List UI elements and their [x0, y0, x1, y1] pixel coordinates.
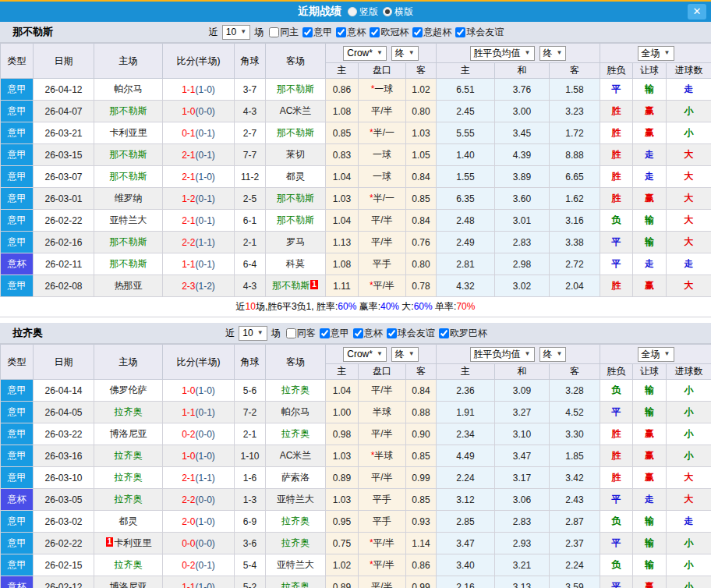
league-filter-0-checkbox[interactable] — [320, 328, 330, 338]
vertical-layout-radio[interactable]: 竖版 — [348, 5, 378, 19]
sub-column-header: 进球数 — [667, 63, 711, 79]
corner-cell: 3-6 — [235, 533, 266, 554]
league-filter-1[interactable]: 意杯 — [332, 26, 366, 39]
away-odds-cell: 1.05 — [406, 144, 437, 166]
avg-draw-cell: 3.45 — [495, 122, 550, 144]
league-filter-2[interactable]: 球会友谊 — [383, 327, 435, 340]
league-filter-0-label: 意甲 — [331, 328, 349, 338]
goals-result-cell: 小 — [667, 554, 711, 576]
fulltime-score: 2-1 — [182, 150, 195, 161]
avg-draw-cell: 3.13 — [495, 576, 550, 588]
odds-final-select[interactable]: 终▼ — [391, 347, 419, 362]
games-label: 场 — [271, 327, 281, 340]
league-filter-0[interactable]: 意甲 — [299, 26, 332, 39]
sub-column-header: 进球数 — [667, 364, 711, 380]
handicap-result-cell: 走 — [633, 166, 667, 188]
avg-away-cell: 3.42 — [550, 467, 600, 489]
away-team-cell: 亚特兰大 — [266, 554, 326, 576]
dropdown-arrow-icon: ▼ — [664, 348, 670, 360]
avg-final-select[interactable]: 终▼ — [539, 46, 567, 61]
avg-home-cell: 2.85 — [437, 511, 495, 533]
same-venue[interactable]: 同主 — [265, 26, 299, 39]
avg-final-select[interactable]: 终▼ — [539, 347, 567, 362]
home-team-name: 佛罗伦萨 — [110, 384, 147, 395]
league-filter-1-checkbox[interactable] — [353, 328, 363, 338]
corner-cell: 4-3 — [235, 275, 266, 297]
odds-company-select[interactable]: Crow*▼ — [343, 46, 387, 61]
home-team-cell: 亚特兰大 — [94, 210, 163, 232]
close-button[interactable]: ✕ — [688, 4, 706, 19]
league-filter-4-checkbox[interactable] — [455, 27, 465, 37]
same-venue-checkbox[interactable] — [286, 328, 296, 338]
goals-result-cell: 小 — [667, 576, 711, 588]
avg-home-cell: 2.81 — [437, 253, 495, 275]
handicap-result-cell: 赢 — [633, 188, 667, 210]
column-header: 客场 — [266, 44, 326, 79]
avg-draw-cell: 3.01 — [495, 210, 550, 232]
home-team-name: 那不勒斯 — [110, 105, 147, 116]
section-gap — [0, 317, 711, 323]
fulltime-score: 1-1 — [182, 582, 195, 588]
odds-final-select[interactable]: 终▼ — [391, 46, 419, 61]
odds-final-select-value: 终 — [395, 348, 405, 360]
summary-segment: 单率: — [433, 301, 457, 312]
handicap-cell: *平/半 — [359, 275, 406, 297]
home-odds-cell: 0.89 — [326, 576, 359, 588]
league-cell: 意甲 — [1, 554, 34, 576]
handicap-text: 平/半 — [371, 428, 392, 439]
league-filter-0[interactable]: 意甲 — [316, 327, 349, 340]
home-team-name: 那不勒斯 — [110, 171, 147, 182]
league-filter-1-label: 意杯 — [347, 27, 366, 37]
avg-select[interactable]: 胜平负均值▼ — [470, 46, 535, 61]
same-venue[interactable]: 同客 — [282, 327, 316, 340]
match-row: 意甲26-02-22亚特兰大2-1(0-1)6-1那不勒斯1.04平/半0.84… — [1, 210, 711, 232]
league-filter-1-checkbox[interactable] — [336, 27, 346, 37]
league-filter-3-checkbox[interactable] — [412, 27, 423, 37]
handicap-result-cell: 走 — [633, 144, 667, 166]
scope-select[interactable]: 全场▼ — [638, 46, 674, 61]
away-odds-cell: 0.85 — [406, 489, 437, 511]
date-cell: 26-02-22 — [34, 533, 94, 554]
match-count-select-value: 10 — [242, 327, 253, 339]
match-count-select[interactable]: 10▼ — [239, 326, 267, 341]
match-count-select[interactable]: 10▼ — [222, 25, 250, 40]
league-cell: 意杯 — [1, 576, 34, 588]
match-row: 意甲26-04-07那不勒斯1-0(0-0)4-3AC米兰1.08平/半0.80… — [1, 101, 711, 122]
date-cell: 26-03-02 — [34, 511, 94, 533]
sub-column-header: 盘口 — [359, 63, 406, 79]
home-team-cell: 那不勒斯 — [94, 166, 163, 188]
match-row: 意甲26-02-08热那亚2-3(1-2)4-3那不勒斯11.11*平/半0.7… — [1, 275, 711, 297]
league-filter-2[interactable]: 欧冠杯 — [366, 26, 409, 39]
result-cell: 胜 — [600, 275, 633, 297]
summary-segment: 大: — [399, 301, 414, 312]
match-row: 意甲26-03-02都灵2-0(1-0)6-9拉齐奥0.95平手0.932.85… — [1, 511, 711, 533]
home-team-cell: 博洛尼亚 — [94, 423, 163, 445]
handicap-result-cell: 输 — [633, 380, 667, 402]
corner-cell: 5-4 — [235, 554, 266, 576]
match-row: 意甲26-04-14佛罗伦萨1-0(1-0)5-6拉齐奥1.04平/半0.842… — [1, 380, 711, 402]
league-filter-2-checkbox[interactable] — [370, 27, 380, 37]
red-card-badge: 1 — [310, 280, 318, 289]
league-filter-1[interactable]: 意杯 — [349, 327, 383, 340]
fulltime-score: 1-0 — [182, 385, 195, 396]
same-venue-checkbox[interactable] — [269, 27, 279, 37]
league-filter-3[interactable]: 意超杯 — [409, 26, 451, 39]
league-filter-3-checkbox[interactable] — [439, 328, 449, 338]
avg-select[interactable]: 胜平负均值▼ — [470, 347, 535, 362]
home-odds-cell: 1.03 — [326, 445, 359, 467]
avg-draw-cell: 3.17 — [495, 467, 550, 489]
home-team-cell: 佛罗伦萨 — [94, 380, 163, 402]
league-filter-3[interactable]: 欧罗巴杯 — [435, 327, 487, 340]
avg-away-cell: 2.24 — [550, 554, 600, 576]
away-team-cell: 那不勒斯 — [266, 79, 326, 101]
away-team-name: 莱切 — [286, 149, 305, 160]
scope-select[interactable]: 全场▼ — [638, 347, 674, 362]
league-filter-2-checkbox[interactable] — [387, 328, 397, 338]
odds-company-select[interactable]: Crow*▼ — [343, 347, 387, 362]
goals-result-cell: 小 — [667, 101, 711, 122]
same-venue-label: 同客 — [297, 328, 316, 338]
horizontal-layout-radio[interactable]: 横版 — [383, 5, 413, 19]
league-filter-4[interactable]: 球会友谊 — [451, 26, 504, 39]
match-row: 意甲26-03-07那不勒斯2-1(1-0)11-2都灵1.04一球0.841.… — [1, 166, 711, 188]
league-filter-0-checkbox[interactable] — [302, 27, 313, 37]
